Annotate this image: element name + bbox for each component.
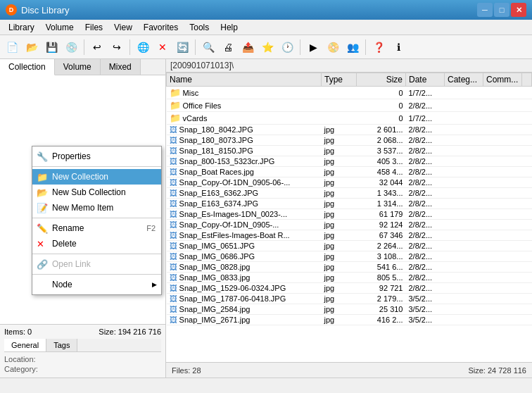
main-content: Collection Volume Mixed 🔧 Properties 📁 N… (0, 59, 532, 378)
cm-properties[interactable]: 🔧 Properties (32, 149, 161, 164)
cell-categ (445, 209, 483, 220)
cm-delete[interactable]: ✕ Delete (32, 236, 161, 251)
table-row[interactable]: 📁 Misc 0 1/7/2... (167, 87, 532, 99)
tree-area[interactable]: 🔧 Properties 📁 New Collection 📂 New Sub … (0, 75, 165, 324)
cell-date: 3/5/2... (406, 315, 445, 325)
table-row[interactable]: 📁 vCards 0 1/7/2... (167, 112, 532, 125)
cm-rename[interactable]: ✏️ Rename F2 (32, 220, 161, 236)
col-name-header[interactable]: Name (167, 73, 322, 87)
tab-mixed[interactable]: Mixed (101, 59, 141, 75)
table-row[interactable]: 🖼 Snap_Copy-Of-1DN_0905-06-... jpg 32 04… (167, 177, 532, 188)
cell-categ (445, 315, 483, 325)
cell-comm (483, 315, 522, 325)
table-row[interactable]: 📁 Office Files 0 2/8/2... (167, 99, 532, 112)
tb-print[interactable]: 🖨 (219, 38, 237, 56)
app-title: Disc Library (21, 5, 70, 15)
col-comm-header[interactable]: Comm... (483, 73, 522, 87)
table-row[interactable]: 🖼 Snap_Es-Images-1DN_0023-... jpg 61 179… (167, 209, 532, 220)
tb-play[interactable]: ▶ (304, 38, 322, 56)
app-icon: D (6, 4, 17, 15)
cell-comm (483, 230, 522, 241)
minimize-button[interactable]: ─ (477, 3, 493, 17)
tb-media[interactable]: 📀 (324, 38, 342, 56)
cell-type: jpg (322, 230, 357, 241)
tab-collection[interactable]: Collection (0, 59, 55, 75)
info-tab-tags[interactable]: Tags (46, 339, 77, 351)
new-memo-icon: 📝 (37, 203, 48, 213)
cell-comm (483, 177, 522, 188)
cell-type: jpg (322, 283, 357, 294)
menu-volume[interactable]: Volume (40, 20, 80, 35)
cm-node[interactable]: Node (32, 277, 161, 292)
tab-volume[interactable]: Volume (55, 59, 101, 75)
tb-disk[interactable]: 💿 (62, 38, 80, 56)
tb-clock[interactable]: 🕐 (278, 38, 296, 56)
table-row[interactable]: 🖼 Snap_800-153_5323cr.JPG jpg 405 3... 2… (167, 156, 532, 167)
cell-name: 📁 Misc (167, 87, 322, 99)
close-button[interactable]: ✕ (511, 3, 526, 17)
tb-new[interactable]: 📄 (3, 38, 21, 56)
table-row[interactable]: 🖼 Snap_IMG_1529-06-0324.JPG jpg 92 721 2… (167, 283, 532, 294)
cell-size: 67 346 (357, 230, 406, 241)
col-date-header[interactable]: Date (406, 73, 445, 87)
cm-new-memo-item[interactable]: 📝 New Memo Item (32, 200, 161, 216)
table-row[interactable]: 🖼 Snap_E163_6362.JPG jpg 1 343... 2/8/2.… (167, 188, 532, 199)
cell-date: 2/8/2... (406, 99, 445, 112)
tb-refresh[interactable]: 🔄 (173, 38, 191, 56)
col-size-header[interactable]: Size (357, 73, 406, 87)
tb-stop[interactable]: ✕ (153, 38, 172, 56)
menu-favorites[interactable]: Favorites (138, 20, 184, 35)
tb-users[interactable]: 👥 (343, 38, 362, 56)
cell-comm (483, 112, 522, 125)
table-row[interactable]: 🖼 Snap_181_8150.JPG jpg 3 537... 2/8/2..… (167, 146, 532, 156)
table-row[interactable]: 🖼 Snap_Copy-Of-1DN_0905-... jpg 92 124 2… (167, 220, 532, 230)
tb-export[interactable]: 📤 (239, 38, 257, 56)
tb-internet[interactable]: 🌐 (134, 38, 152, 56)
cell-categ (445, 230, 483, 241)
table-row[interactable]: 🖼 Snap_IMG_0833.jpg jpg 805 5... 2/8/2..… (167, 273, 532, 283)
table-row[interactable]: 🖼 Snap_180_8042.JPG jpg 2 601... 2/8/2..… (167, 125, 532, 135)
table-row[interactable]: 🖼 Snap_IMG_0686.JPG jpg 3 108... 2/8/2..… (167, 251, 532, 262)
table-row[interactable]: 🖼 Snap_IMG_0828.jpg jpg 541 6... 2/8/2..… (167, 262, 532, 273)
tb-star[interactable]: ⭐ (258, 38, 277, 56)
table-row[interactable]: 🖼 Snap_E163_6374.JPG jpg 1 314... 2/8/2.… (167, 199, 532, 209)
tb-sep5 (365, 39, 366, 55)
info-tab-general[interactable]: General (4, 339, 46, 351)
table-row[interactable]: 🖼 Snap_IMG_2584.jpg jpg 25 310 3/5/2... (167, 304, 532, 315)
tb-help[interactable]: ❓ (369, 38, 388, 56)
tb-save[interactable]: 💾 (42, 38, 61, 56)
table-row[interactable]: 🖼 Snap_IMG_0651.JPG jpg 2 264... 2/8/2..… (167, 241, 532, 251)
cell-name: 🖼 Snap_Es-Images-1DN_0023-... (167, 209, 322, 220)
col-categ-header[interactable]: Categ... (445, 73, 483, 87)
cell-size: 61 179 (357, 209, 406, 220)
menu-tools[interactable]: Tools (184, 20, 215, 35)
table-row[interactable]: 🖼 Snap_IMG_2671.jpg jpg 416 2... 3/5/2..… (167, 315, 532, 325)
location-label: Location: (4, 355, 46, 363)
cell-type: jpg (322, 315, 357, 325)
table-row[interactable]: 🖼 Snap_EstFiles-Images-Boat R... jpg 67 … (167, 230, 532, 241)
maximize-button[interactable]: □ (494, 3, 509, 17)
file-list[interactable]: Name Type Size Date Categ... Comm... 📁 M… (166, 73, 532, 362)
rename-icon: ✏️ (37, 223, 48, 234)
menu-files[interactable]: Files (80, 20, 108, 35)
tb-back[interactable]: ↩ (88, 38, 106, 56)
left-bottom: Items: 0 Size: 194 216 716 General Tags … (0, 324, 165, 378)
tb-open[interactable]: 📂 (23, 38, 41, 56)
tb-scan[interactable]: 🔍 (199, 38, 217, 56)
table-row[interactable]: 🖼 Snap_180_8073.JPG jpg 2 068... 2/8/2..… (167, 135, 532, 146)
table-row[interactable]: 🖼 Snap_IMG_1787-06-0418.JPG jpg 2 179...… (167, 294, 532, 304)
cm-sep1 (32, 166, 161, 167)
tb-forward[interactable]: ↪ (108, 38, 126, 56)
cm-new-collection[interactable]: 📁 New Collection (32, 169, 161, 185)
cm-new-sub-collection[interactable]: 📂 New Sub Collection (32, 185, 161, 200)
tb-info[interactable]: ℹ (389, 38, 407, 56)
cell-size: 0 (357, 99, 406, 112)
col-type-header[interactable]: Type (322, 73, 357, 87)
cell-categ (445, 99, 483, 112)
delete-icon: ✕ (37, 239, 44, 249)
cell-comm (483, 209, 522, 220)
menu-help[interactable]: Help (215, 20, 243, 35)
menu-view[interactable]: View (108, 20, 138, 35)
menu-library[interactable]: Library (3, 20, 40, 35)
table-row[interactable]: 🖼 Snap_Boat Races.jpg jpg 458 4... 2/8/2… (167, 167, 532, 177)
